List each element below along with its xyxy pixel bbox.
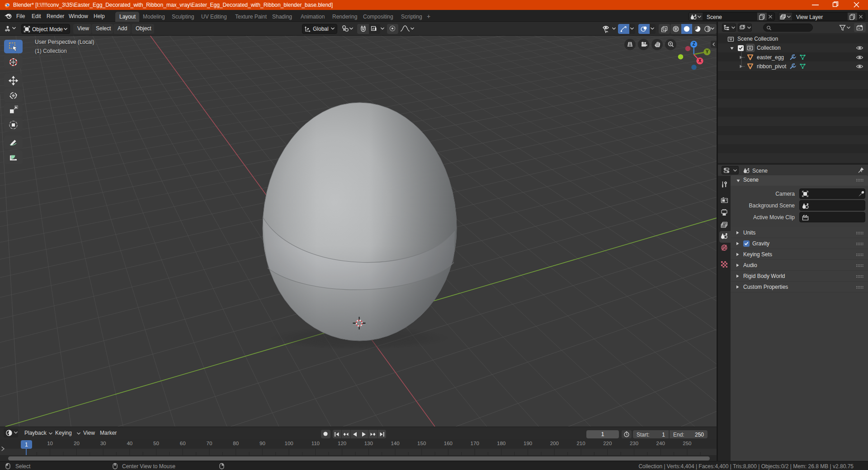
svg-text:X: X bbox=[698, 58, 702, 63]
svg-text:Z: Z bbox=[693, 42, 695, 47]
svg-text:Y: Y bbox=[706, 49, 709, 54]
